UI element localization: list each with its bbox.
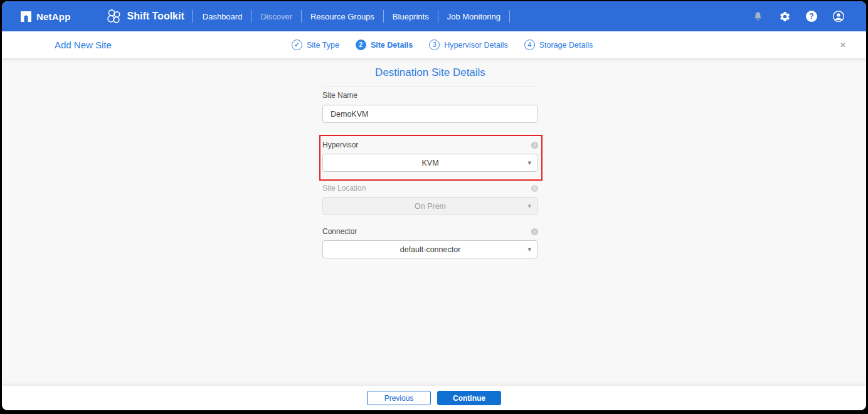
- nav-divider: [192, 10, 193, 23]
- page-title: Add New Site: [55, 31, 112, 58]
- product-name: Shift Toolkit: [127, 11, 184, 22]
- site-details-form: Destination Site Details Site Name Hyper…: [322, 58, 538, 87]
- navbar-actions: ?: [751, 10, 845, 23]
- netapp-brand[interactable]: NetApp: [21, 11, 71, 22]
- caret-down-icon: ▾: [527, 245, 531, 253]
- site-location-group: Site Location i On Prem ▾: [322, 184, 538, 215]
- gear-icon[interactable]: [778, 10, 791, 23]
- shift-toolkit-logo-icon: [106, 8, 122, 24]
- connector-select[interactable]: default-connector ▾: [322, 240, 538, 258]
- nav-item-resource-groups[interactable]: Resource Groups: [309, 12, 376, 21]
- step-storage-details[interactable]: 4 Storage Details: [524, 40, 593, 50]
- connector-label-text: Connector: [322, 227, 357, 236]
- nav-divider: [438, 10, 438, 23]
- nav-item-dashboard[interactable]: Dashboard: [201, 12, 244, 21]
- connector-group: Connector i default-connector ▾: [322, 227, 538, 258]
- close-icon[interactable]: ×: [840, 31, 846, 58]
- step-number-badge: 4: [524, 40, 535, 50]
- info-icon[interactable]: i: [531, 185, 538, 192]
- previous-button[interactable]: Previous: [367, 391, 431, 405]
- site-location-selected-value: On Prem: [415, 202, 446, 211]
- step-hypervisor-details[interactable]: 3 Hypervisor Details: [429, 40, 507, 50]
- connector-label: Connector i: [322, 227, 538, 236]
- hypervisor-label: Hypervisor i: [322, 141, 538, 149]
- heading-divider: [322, 87, 538, 87]
- site-name-group: Site Name: [322, 91, 538, 123]
- wizard-footer: Previous Continue: [2, 386, 866, 410]
- site-name-input[interactable]: [322, 105, 538, 123]
- step-label: Hypervisor Details: [444, 41, 507, 50]
- check-icon: ✓: [292, 40, 302, 50]
- form-heading: Destination Site Details: [322, 66, 538, 79]
- wizard-steps: ✓ Site Type 2 Site Details 3 Hypervisor …: [292, 31, 593, 58]
- nav-item-job-monitoring[interactable]: Job Monitoring: [446, 12, 502, 21]
- nav-divider: [509, 10, 510, 23]
- caret-down-icon: ▾: [527, 158, 531, 166]
- top-navbar: NetApp Shift Toolkit Dashboard Discover …: [2, 1, 866, 31]
- brand-name: NetApp: [36, 11, 71, 22]
- step-site-type[interactable]: ✓ Site Type: [292, 40, 339, 50]
- step-label: Site Type: [307, 41, 339, 50]
- step-site-details[interactable]: 2 Site Details: [356, 40, 413, 50]
- continue-button[interactable]: Continue: [437, 391, 501, 405]
- main-content: Destination Site Details Site Name Hyper…: [2, 58, 866, 386]
- account-icon[interactable]: [832, 10, 845, 23]
- caret-down-icon: ▾: [527, 201, 531, 210]
- hypervisor-label-text: Hypervisor: [322, 141, 358, 149]
- step-label: Storage Details: [539, 41, 593, 50]
- wizard-header: Add New Site ✓ Site Type 2 Site Details …: [2, 31, 866, 58]
- info-icon[interactable]: i: [531, 228, 538, 235]
- shift-toolkit-brand[interactable]: Shift Toolkit: [106, 8, 184, 24]
- netapp-logo-icon: [21, 11, 31, 22]
- site-location-select: On Prem ▾: [322, 197, 538, 215]
- nav-item-discover[interactable]: Discover: [259, 12, 294, 21]
- step-number-badge: 2: [356, 40, 366, 50]
- hypervisor-selected-value: KVM: [421, 159, 438, 167]
- site-location-label: Site Location i: [322, 184, 538, 193]
- hypervisor-group: Hypervisor i KVM ▾: [322, 141, 538, 172]
- connector-selected-value: default-connector: [400, 245, 461, 254]
- hypervisor-select[interactable]: KVM ▾: [322, 154, 538, 172]
- nav-item-blueprints[interactable]: Blueprints: [391, 12, 430, 21]
- site-location-label-text: Site Location: [322, 184, 366, 193]
- help-icon[interactable]: ?: [805, 10, 818, 23]
- step-label: Site Details: [371, 41, 413, 50]
- info-icon[interactable]: i: [531, 142, 538, 149]
- site-name-label: Site Name: [322, 91, 538, 100]
- nav-items: Dashboard Discover Resource Groups Bluep…: [201, 10, 517, 23]
- bell-icon[interactable]: [751, 10, 764, 23]
- nav-divider: [301, 10, 302, 23]
- app-window: NetApp Shift Toolkit Dashboard Discover …: [2, 1, 866, 410]
- step-number-badge: 3: [429, 40, 440, 50]
- nav-divider: [251, 10, 251, 23]
- nav-divider: [383, 10, 384, 23]
